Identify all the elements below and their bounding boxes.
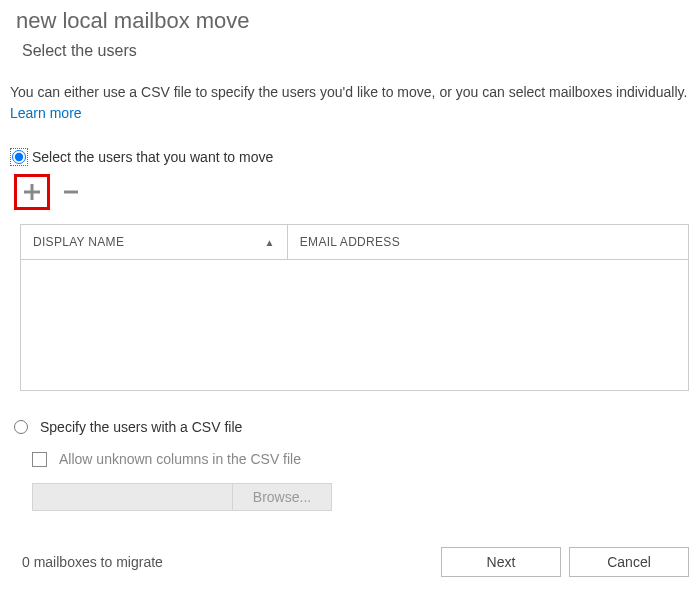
footer-buttons: Next Cancel xyxy=(441,547,689,577)
next-button[interactable]: Next xyxy=(441,547,561,577)
page-title: new local mailbox move xyxy=(10,8,689,34)
dialog-footer: 0 mailboxes to migrate Next Cancel xyxy=(22,547,689,577)
add-user-button[interactable] xyxy=(19,179,45,205)
sort-asc-icon: ▲ xyxy=(265,237,275,248)
table-body-empty xyxy=(21,260,688,390)
add-button-highlight xyxy=(14,174,50,210)
users-table: DISPLAY NAME ▲ EMAIL ADDRESS xyxy=(20,224,689,391)
csv-file-path-input xyxy=(32,483,232,511)
learn-more-link[interactable]: Learn more xyxy=(10,105,82,121)
column-email-address[interactable]: EMAIL ADDRESS xyxy=(288,225,688,259)
page-subtitle: Select the users xyxy=(10,42,689,60)
cancel-button[interactable]: Cancel xyxy=(569,547,689,577)
browse-button: Browse... xyxy=(232,483,332,511)
migration-status: 0 mailboxes to migrate xyxy=(22,554,163,570)
option-csv-radio[interactable] xyxy=(14,420,28,434)
column-display-name[interactable]: DISPLAY NAME ▲ xyxy=(21,225,288,259)
description-body: You can either use a CSV file to specify… xyxy=(10,84,687,100)
table-header-row: DISPLAY NAME ▲ EMAIL ADDRESS xyxy=(21,225,688,260)
minus-icon xyxy=(60,181,82,203)
allow-unknown-columns-row: Allow unknown columns in the CSV file xyxy=(32,451,689,467)
csv-file-row: Browse... xyxy=(32,483,689,511)
user-list-toolbar xyxy=(14,174,689,210)
option-select-users-row: Select the users that you want to move xyxy=(10,148,689,166)
column-display-name-label: DISPLAY NAME xyxy=(33,235,124,249)
plus-icon xyxy=(21,181,43,203)
option-select-users-radio[interactable] xyxy=(12,150,26,164)
option-csv-label: Specify the users with a CSV file xyxy=(40,419,242,435)
allow-unknown-columns-checkbox[interactable] xyxy=(32,452,47,467)
remove-user-button[interactable] xyxy=(58,179,84,205)
allow-unknown-columns-label: Allow unknown columns in the CSV file xyxy=(59,451,301,467)
radio-focus-outline xyxy=(10,148,28,166)
description-text: You can either use a CSV file to specify… xyxy=(10,82,689,124)
option-csv-row: Specify the users with a CSV file xyxy=(14,419,689,435)
option-select-users-label: Select the users that you want to move xyxy=(32,149,273,165)
column-email-address-label: EMAIL ADDRESS xyxy=(300,235,400,249)
